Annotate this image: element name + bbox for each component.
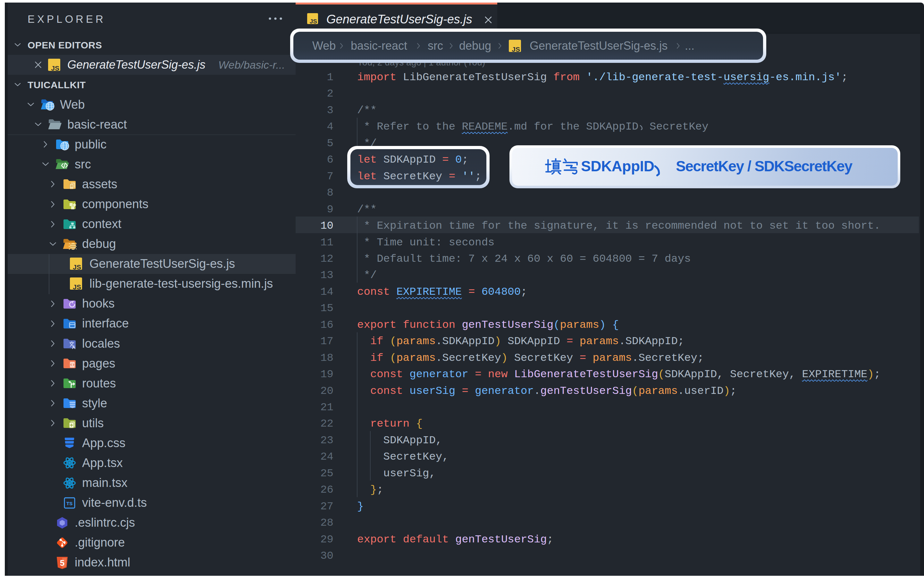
- svg-text:TS: TS: [66, 501, 73, 506]
- svg-text:5: 5: [60, 558, 65, 568]
